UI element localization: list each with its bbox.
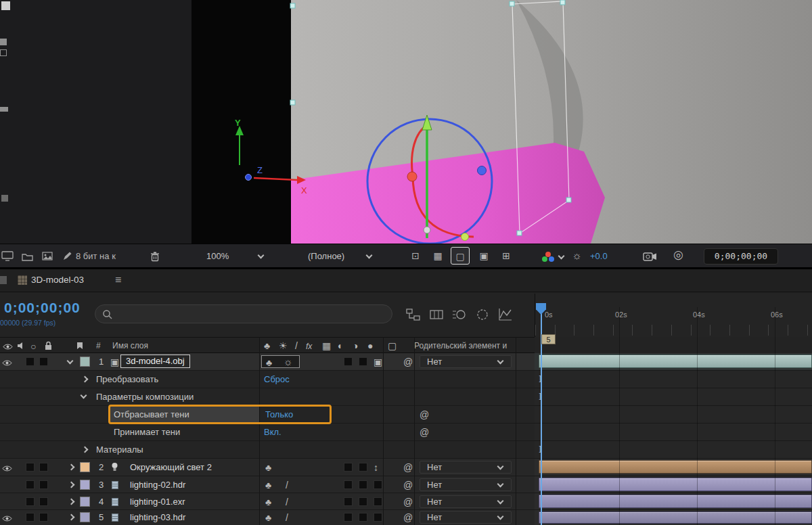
quality-switch-icon[interactable]: ☼ xyxy=(284,357,293,367)
solo-toggle[interactable] xyxy=(39,463,48,472)
eye-icon[interactable] xyxy=(2,514,12,524)
layer-duration-bar[interactable] xyxy=(539,355,812,368)
lock-icon[interactable] xyxy=(45,341,52,352)
chevron-right-icon[interactable] xyxy=(68,499,75,505)
chevron-down-icon[interactable] xyxy=(67,358,74,365)
audio-icon[interactable] xyxy=(17,342,26,352)
gizmo-green-handle[interactable] xyxy=(461,233,469,241)
motion-blur-icon[interactable] xyxy=(452,307,467,322)
switch-cell[interactable] xyxy=(359,513,367,522)
frame-blend-switch-icon[interactable]: ▦ xyxy=(322,340,331,351)
transparency-grid-button[interactable]: ▦ xyxy=(428,247,447,265)
preview-timecode[interactable]: 0;00;00;00 xyxy=(704,248,778,265)
property-label[interactable]: Отбрасывает тени xyxy=(114,410,189,419)
audio-toggle[interactable] xyxy=(26,463,35,472)
label-swatch[interactable] xyxy=(80,497,90,507)
parent-dropdown[interactable]: Нет xyxy=(420,461,512,474)
label-swatch[interactable] xyxy=(80,512,90,522)
layer-name[interactable]: Окружающий свет 2 xyxy=(130,463,212,472)
draft-3d-icon[interactable] xyxy=(429,307,444,322)
chevron-right-icon[interactable] xyxy=(82,376,89,383)
camera-icon[interactable] xyxy=(643,252,658,263)
pickwhip-icon[interactable]: @ xyxy=(420,409,429,420)
guides-button[interactable]: ▣ xyxy=(474,247,493,265)
region-of-interest-button[interactable]: ▢ xyxy=(451,247,470,265)
view-layout-button[interactable]: ⊡ xyxy=(406,247,425,265)
layer-name-column[interactable]: Имя слоя xyxy=(112,341,148,350)
tab-composition-title[interactable]: 3D-model-03 xyxy=(31,275,84,285)
search-box[interactable] xyxy=(95,304,392,323)
pickwhip-icon[interactable]: @ xyxy=(403,357,413,367)
collapse-switch-icon[interactable]: ▣ xyxy=(374,357,382,367)
pickwhip-icon[interactable]: @ xyxy=(403,512,413,523)
trash-icon[interactable] xyxy=(150,251,160,264)
shy-switch-icon[interactable]: ♣ xyxy=(265,480,271,490)
solo-toggle[interactable] xyxy=(39,513,48,522)
composition-flowchart-icon[interactable] xyxy=(406,307,421,322)
chevron-down-icon[interactable] xyxy=(558,253,565,260)
property-value[interactable]: Вкл. xyxy=(264,428,281,437)
quality-switch-icon[interactable]: / xyxy=(286,512,288,523)
property-value[interactable]: Только xyxy=(265,410,293,419)
property-value[interactable]: Сброс xyxy=(264,375,290,384)
label-column-icon[interactable] xyxy=(76,342,84,352)
switch-cell[interactable] xyxy=(359,357,367,366)
switch-cell[interactable] xyxy=(344,497,353,506)
shy-switch-icon[interactable]: ♣ xyxy=(265,462,271,473)
layer-row-3[interactable]: 3 lighting-02.hdr ♣ / @ Нет xyxy=(0,476,812,493)
mask-visibility-icon[interactable] xyxy=(475,307,490,322)
gizmo-red-handle[interactable] xyxy=(407,172,417,181)
chevron-down-icon[interactable] xyxy=(81,392,87,399)
image-icon[interactable] xyxy=(42,252,53,262)
current-timecode[interactable]: 0;00;00;00 xyxy=(4,300,81,315)
grid-button[interactable]: ⊞ xyxy=(497,247,516,265)
fx-switch-icon[interactable]: fx xyxy=(306,341,312,352)
draft3d-switch-icon[interactable]: / xyxy=(295,340,298,351)
eye-icon[interactable] xyxy=(3,342,13,352)
audio-toggle[interactable] xyxy=(26,513,35,522)
layer-duration-bar[interactable] xyxy=(539,460,812,474)
switch-cell[interactable] xyxy=(374,497,382,506)
exposure-icon[interactable]: ☼ xyxy=(572,250,582,261)
eye-icon[interactable] xyxy=(2,359,12,369)
switch-cell[interactable] xyxy=(344,463,353,472)
exposure-value[interactable]: +0.0 xyxy=(590,252,608,261)
pickwhip-icon[interactable]: @ xyxy=(403,480,413,490)
label-swatch[interactable] xyxy=(80,462,90,472)
gizmo-center-handle[interactable] xyxy=(424,227,430,233)
switch-cell[interactable] xyxy=(359,463,367,472)
audio-toggle[interactable] xyxy=(26,497,35,506)
shy-switch-icon[interactable]: ♣ xyxy=(265,497,271,507)
layer-duration-bar[interactable] xyxy=(539,511,812,524)
property-row-materials[interactable]: Материалы I xyxy=(0,441,812,459)
zoom-dropdown[interactable]: 100% xyxy=(206,252,229,261)
quality-switch-icon[interactable]: / xyxy=(286,497,288,507)
viewport-canvas[interactable]: Y Z X xyxy=(191,0,812,244)
switch-cell[interactable] xyxy=(344,357,353,366)
timeline-ruler[interactable]: 0s 02s 04s 06s xyxy=(535,294,812,337)
property-label[interactable]: Преобразовать xyxy=(96,375,158,384)
shy-switch-icon[interactable]: ♣ xyxy=(264,340,270,351)
property-label[interactable]: Материалы xyxy=(96,445,143,455)
solo-toggle[interactable] xyxy=(39,497,48,506)
chevron-down-icon[interactable] xyxy=(258,252,265,259)
switch-cell[interactable] xyxy=(374,480,382,489)
layer-row-2[interactable]: 2 Окружающий свет 2 ♣ ↕ @ Нет xyxy=(0,459,812,476)
eye-icon[interactable] xyxy=(2,464,12,474)
pickwhip-icon[interactable]: @ xyxy=(403,462,413,473)
folder-icon[interactable] xyxy=(22,252,33,263)
switch-cell[interactable] xyxy=(344,480,353,489)
marker-badge[interactable]: 5 xyxy=(541,334,556,344)
property-row-geometry-options[interactable]: Параметры композиции I xyxy=(0,388,812,406)
graph-editor-icon[interactable] xyxy=(498,307,513,322)
chevron-right-icon[interactable] xyxy=(68,464,75,471)
blend-switch-icon[interactable]: ☀ xyxy=(279,340,288,351)
pickwhip-icon[interactable]: @ xyxy=(403,497,413,507)
motionblur-switch-icon[interactable]: ◐ xyxy=(338,340,343,351)
audio-toggle[interactable] xyxy=(26,357,35,366)
audio-toggle[interactable] xyxy=(26,480,35,489)
switch-cell[interactable] xyxy=(344,513,353,522)
collapse-column-icon[interactable]: ▢ xyxy=(388,340,397,351)
parent-column[interactable]: Родительский элемент и xyxy=(414,341,513,350)
layer-switch-box[interactable]: ♣ ☼ xyxy=(261,355,300,368)
